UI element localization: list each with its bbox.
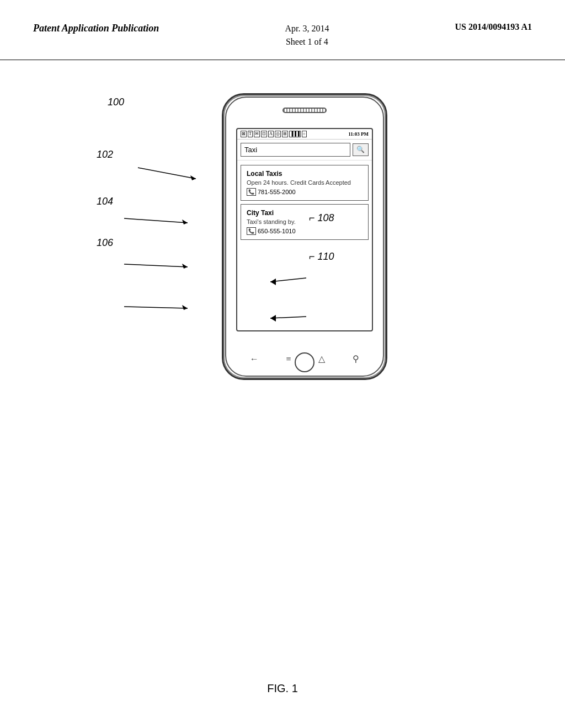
nav-menu-icon[interactable]: ≡ [286, 354, 291, 364]
result-title-1: Local Taxis [247, 170, 363, 178]
icon-box: ⊡ [261, 131, 267, 137]
svg-marker-1 [190, 175, 196, 180]
result-desc-2: Taxi's standing by. [247, 218, 363, 226]
result-card-city-taxi: City Taxi Taxi's standing by. 📞 650-555-… [241, 204, 369, 240]
patent-number: US 2014/0094193 A1 [455, 22, 532, 32]
icon-battery: ○ [302, 131, 307, 137]
home-button[interactable] [295, 352, 315, 372]
phone-inner-body: ⊠ T ✉ ⊡ A ◎ ⊞ ▐▐▐ ○ 11:03 PM [225, 97, 384, 377]
header-sheet: Sheet 1 of 4 [286, 37, 328, 46]
svg-line-2 [124, 218, 188, 223]
status-icons: ⊠ T ✉ ⊡ A ◎ ⊞ ▐▐▐ ○ [241, 131, 347, 137]
result-phone-1: 📞 781-555-2000 [247, 188, 363, 196]
phone-screen: ⊠ T ✉ ⊡ A ◎ ⊞ ▐▐▐ ○ 11:03 PM [236, 128, 373, 331]
svg-marker-7 [182, 305, 188, 310]
svg-line-6 [124, 307, 188, 308]
phone-outer-body: ⊠ T ✉ ⊡ A ◎ ⊞ ▐▐▐ ○ 11:03 PM [222, 93, 387, 380]
search-input[interactable]: Taxi [241, 143, 350, 157]
result-title-2: City Taxi [247, 209, 363, 217]
icon-mail-box: ⊠ [241, 131, 247, 137]
phone-diagram: ⊠ T ✉ ⊡ A ◎ ⊞ ▐▐▐ ○ 11:03 PM [222, 93, 387, 384]
figure-label: FIG. 1 [267, 682, 298, 695]
results-area: Local Taxis Open 24 hours. Credit Cards … [237, 160, 372, 245]
icon-signal: ▐▐▐ [289, 131, 301, 137]
icon-grid: ⊞ [282, 131, 288, 137]
annotation-106: 106 [97, 237, 113, 249]
page-header: Patent Application Publication Apr. 3, 2… [0, 0, 565, 60]
annotation-104: 104 [97, 196, 113, 207]
result-desc-1: Open 24 hours. Credit Cards Accepted [247, 179, 363, 186]
annotation-110: ⌐ 110 [309, 251, 334, 263]
svg-line-0 [138, 168, 196, 179]
phone-number-1[interactable]: 781-555-2000 [258, 189, 296, 195]
svg-marker-5 [182, 264, 188, 269]
search-button[interactable]: 🔍 [353, 143, 369, 156]
search-bar: Taxi 🔍 [237, 140, 372, 160]
phone-icon-1: 📞 [247, 188, 256, 196]
speaker-grille [282, 108, 327, 113]
icon-T: T [248, 131, 253, 137]
diagram-area: ⊠ T ✉ ⊡ A ◎ ⊞ ▐▐▐ ○ 11:03 PM [0, 60, 565, 384]
nav-back-icon[interactable]: ← [250, 354, 259, 364]
phone-icon-2: 📞 [247, 227, 256, 235]
icon-circle: ◎ [275, 131, 281, 137]
icon-envelope: ✉ [254, 131, 260, 137]
status-bar: ⊠ T ✉ ⊡ A ◎ ⊞ ▐▐▐ ○ 11:03 PM [237, 129, 372, 140]
annotation-100: 100 [108, 97, 124, 108]
svg-marker-3 [182, 220, 188, 224]
phone-number-2[interactable]: 650-555-1010 [258, 228, 296, 234]
annotation-108: ⌐ 108 [309, 212, 334, 224]
patent-publication-label: Patent Application Publication [33, 22, 159, 35]
nav-home-icon[interactable]: △ [318, 354, 325, 364]
result-card-local-taxis: Local Taxis Open 24 hours. Credit Cards … [241, 165, 369, 201]
icon-A: A [268, 131, 274, 137]
svg-line-4 [124, 264, 188, 267]
status-time: 11:03 PM [348, 131, 369, 137]
header-date: Apr. 3, 2014 [285, 24, 329, 33]
nav-search-icon[interactable]: ⚲ [353, 354, 359, 364]
header-date-sheet: Apr. 3, 2014 Sheet 1 of 4 [285, 22, 329, 49]
annotation-102: 102 [97, 149, 113, 160]
result-phone-2: 📞 650-555-1010 [247, 227, 363, 235]
